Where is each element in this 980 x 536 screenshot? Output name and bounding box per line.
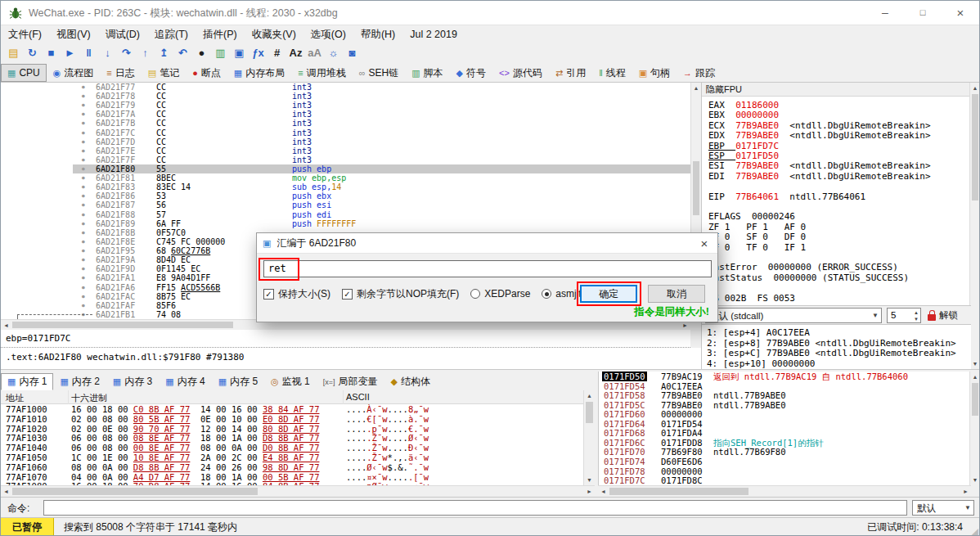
disasm-row[interactable]: ●6AD21F8857push edi — [1, 210, 690, 219]
breakpoint-dot[interactable]: ● — [82, 201, 85, 207]
breakpoint-dot[interactable]: ● — [82, 174, 85, 180]
tab-内存 4[interactable]: ▦内存 4 — [159, 373, 211, 390]
arg-count-spinner[interactable]: 5▲▼ — [887, 308, 921, 323]
breakpoint-dot[interactable]: ● — [82, 119, 85, 125]
tab-监视 1[interactable]: ◎监视 1 — [264, 373, 317, 390]
memory-dump-pane[interactable]: 77AF100016 00 18 00 C0 8B AF 77 14 00 16… — [1, 404, 583, 485]
breakpoint-dot[interactable]: ● — [82, 192, 85, 198]
tab-CPU[interactable]: ▦CPU — [1, 64, 47, 82]
breakpoint-dot[interactable]: ● — [82, 284, 85, 290]
memory-vscrollbar[interactable]: ▲ ▼ — [583, 390, 595, 485]
arg-line[interactable]: 4: [esp+10] 00000000 — [707, 358, 815, 369]
disasm-row[interactable]: ●6AD21F896A FFpush FFFFFFFF — [1, 219, 690, 228]
register-line[interactable]: EBP 0171FD7C — [708, 141, 779, 151]
tab-局部变量[interactable]: [x=]局部变量 — [317, 373, 384, 390]
stack-row[interactable]: 0171FD74D60FE6D6 — [599, 457, 971, 466]
breakpoint-dot[interactable]: ● — [82, 165, 85, 171]
scroll-thumb[interactable] — [972, 383, 978, 416]
radio-circle[interactable] — [542, 289, 551, 299]
memory-row[interactable]: 77AF106008 00 0A 00 D8 8B AF 77 24 00 26… — [1, 462, 583, 472]
tab-源代码[interactable]: <>源代码 — [492, 64, 549, 82]
scroll-left-arrow[interactable]: ◄ — [1, 320, 11, 330]
maximize-button[interactable]: □ — [904, 1, 942, 25]
menu-item[interactable]: 调试(D) — [98, 25, 147, 44]
tab-日志[interactable]: ≡日志 — [100, 64, 141, 82]
scroll-up-arrow[interactable]: ▲ — [970, 372, 980, 382]
step-into-icon[interactable]: ↓ — [98, 45, 117, 61]
menu-item[interactable]: 追踪(T) — [147, 25, 196, 44]
scroll-right-arrow[interactable]: ► — [960, 486, 971, 497]
stack-row[interactable]: 0171FD5C77B9ABE0ntdll.77B9ABE0 — [599, 400, 971, 410]
tab-SEH链[interactable]: ∞SEH链 — [353, 64, 406, 82]
resize-grip[interactable]: ◢ — [972, 526, 978, 536]
arg-line[interactable]: 1: [esp+4] A0C17EEA — [707, 327, 810, 338]
disasm-row[interactable]: ●6AD21F8383EC 14sub esp,14 — [1, 182, 690, 191]
stack-row[interactable]: 0171FD5877B9ABE0ntdll.77B9ABE0 — [599, 390, 971, 400]
scroll-thumb[interactable] — [586, 402, 593, 423]
menu-item[interactable]: 文件(F) — [1, 25, 49, 44]
stack-row[interactable]: 0171FD680171FDA4 — [599, 428, 971, 438]
register-line[interactable]: EIP 77B64061 ntdll.77B64061 — [708, 191, 865, 201]
tab-笔记[interactable]: ▤笔记 — [142, 64, 186, 82]
scroll-right-arrow[interactable]: ► — [584, 486, 595, 497]
memory-hscrollbar[interactable]: ◄ ► — [1, 485, 595, 497]
scroll-up-arrow[interactable]: ▲ — [691, 83, 701, 93]
register-line[interactable]: EDX 77B9ABE0 <ntdll.DbgUiRemoteBreakin> — [708, 130, 931, 140]
spinner-arrows-icon[interactable]: ▲▼ — [914, 309, 919, 322]
memory-row[interactable]: 77AF101002 00 08 00 80 5B AF 77 0E 00 10… — [1, 414, 583, 424]
tab-内存 2[interactable]: ▦内存 2 — [53, 373, 106, 390]
tab-脚本[interactable]: ▥脚本 — [405, 64, 449, 82]
checkbox-剩余字节以NOP填充(F)[interactable]: ✓剩余字节以NOP填充(F) — [342, 287, 459, 301]
disasm-row[interactable]: ●6AD21F7CCCint3 — [1, 128, 690, 137]
breakpoint-dot[interactable]: ● — [82, 101, 85, 107]
stack-row[interactable]: 0171FD640171FD54 — [599, 419, 971, 429]
tab-线程[interactable]: ‖线程 — [592, 64, 632, 82]
stack-row[interactable]: 0171FD7C0171FD8C — [599, 475, 971, 485]
stack-row[interactable]: 0171FD7077B69F80ntdll.77B69F80 — [599, 447, 971, 457]
register-line[interactable]: ESP 0171FD50 — [708, 151, 779, 160]
disasm-row[interactable]: ●6AD21F7ACCint3 — [1, 110, 690, 119]
disasm-row[interactable]: ●6AD21F8653push ebx — [1, 191, 690, 200]
tab-内存 1[interactable]: ▦内存 1 — [1, 373, 53, 390]
hide-fpu-button[interactable]: 隐藏FPU — [702, 83, 971, 97]
breakpoints-icon[interactable]: ● — [192, 45, 211, 61]
disasm-row[interactable]: ●6AD21F8055push ebp — [1, 164, 690, 173]
radio-circle[interactable] — [470, 289, 480, 299]
stack-hscrollbar[interactable]: ◄ ► — [598, 485, 971, 497]
windows-icon[interactable]: ▣ — [230, 45, 249, 61]
stop-icon[interactable]: ■ — [42, 45, 61, 61]
register-line[interactable]: GS 002B FS 0053 — [708, 293, 795, 303]
breakpoint-dot[interactable]: ● — [82, 302, 85, 308]
breakpoint-dot[interactable]: ● — [82, 247, 85, 253]
scroll-thumb[interactable] — [693, 161, 699, 215]
tab-流程图[interactable]: ◉流程图 — [47, 64, 101, 82]
disasm-row[interactable]: ●6AD21F78CCint3 — [1, 92, 690, 101]
patches-icon[interactable]: # — [267, 45, 286, 61]
cancel-button[interactable]: 取消 — [648, 285, 705, 303]
radio-asmjit[interactable]: asmjit — [542, 288, 581, 300]
breakpoint-dot[interactable]: ● — [82, 229, 85, 235]
breakpoint-dot[interactable]: ● — [82, 83, 85, 89]
breakpoint-dot[interactable]: ● — [82, 211, 85, 217]
scroll-thumb[interactable] — [972, 94, 978, 200]
breakpoint-dot[interactable]: ● — [82, 156, 85, 162]
disasm-row[interactable]: ●6AD21F8756push esi — [1, 200, 690, 209]
breakpoint-dot[interactable]: ● — [82, 238, 85, 244]
strings-icon[interactable]: Az — [286, 45, 305, 61]
breakpoint-dot[interactable]: ● — [82, 129, 85, 135]
disasm-row[interactable]: ●6AD21F7FCCint3 — [1, 155, 690, 164]
register-line[interactable]: ECX 77B9ABE0 <ntdll.DbgUiRemoteBreakin> — [708, 120, 931, 130]
command-combo[interactable]: 默认▼ — [912, 500, 974, 516]
scroll-thumb[interactable] — [12, 488, 258, 495]
tab-句柄[interactable]: ▣句柄 — [632, 64, 677, 82]
tab-结构体[interactable]: ◆结构体 — [384, 373, 437, 390]
open-file-icon[interactable]: ▤ — [4, 45, 23, 61]
step-back-icon[interactable]: ↶ — [173, 45, 192, 61]
menu-item[interactable]: 插件(P) — [196, 25, 245, 44]
scroll-thumb[interactable] — [12, 322, 233, 328]
register-line[interactable]: CF 0 TF 0 IF 1 — [708, 242, 806, 252]
register-line[interactable]: EBX 00000000 — [708, 110, 779, 119]
breakpoint-dot[interactable]: ● — [82, 293, 85, 299]
checkbox-保持大小(S)[interactable]: ✓保持大小(S) — [263, 287, 330, 301]
memory-row[interactable]: 77AF107004 00 0A 00 A4 D7 AF 77 18 00 1A… — [1, 472, 583, 482]
